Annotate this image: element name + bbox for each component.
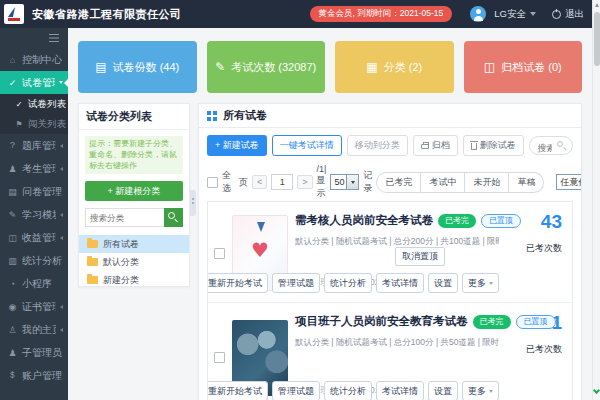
folder-icon — [87, 240, 98, 248]
hamburger-icon — [49, 34, 59, 36]
archive-icon: ◫ — [484, 60, 495, 74]
manage-questions-button[interactable]: 管理试题 — [272, 273, 320, 293]
select-all-checkbox[interactable] — [207, 177, 218, 188]
sidebar-item-control-center[interactable]: ⌂ 控制中心 — [0, 48, 68, 71]
exam-title[interactable]: 项目班子人员岗前安全教育考试卷 — [295, 314, 468, 329]
filter-draft[interactable]: 草稿 — [509, 172, 544, 193]
main-content: ▤ 试卷份数 (44) ✎ 考试次数 (32087) ▦ 分类 (2) ◫ 归档… — [68, 28, 592, 400]
sidebar-item-account-management[interactable]: ＄ 账户管理 — [0, 364, 68, 387]
chevron-collapsed-icon — [60, 305, 63, 309]
exam-filters-row: 全选 页 < > /1|显示 50 记录 已考完 考试中 未开始 草稿 — [199, 162, 581, 200]
scroll-down-hint-icon — [593, 387, 600, 394]
restart-exam-button[interactable]: 重新开始考试 — [207, 273, 268, 293]
question-icon: ？ — [7, 139, 18, 152]
stat-card-attempt-count[interactable]: ✎ 考试次数 (32087) — [207, 41, 326, 93]
delete-exam-button[interactable]: 删除试卷 — [463, 135, 524, 156]
exam-card: 项目班子人员岗前安全教育考试卷 已考完 已置顶 默认分类 | 随机试题考试 | … — [208, 303, 572, 400]
new-root-category-button[interactable]: + 新建根分类 — [85, 181, 183, 201]
tree-item-all-exams[interactable]: 所有试卷 — [79, 235, 189, 253]
exam-detail-button[interactable]: 考试详情 — [376, 381, 424, 400]
exam-panel: 所有试卷 + 新建试卷 一键考试详情 移动到分类 归档 删除试卷 — [198, 103, 582, 400]
dollar-icon: ＄ — [7, 369, 18, 382]
settings-button[interactable]: 设置 — [428, 273, 458, 293]
sidebar-item-mini-program[interactable]: ◔ 小程序 — [0, 272, 68, 295]
user-menu[interactable]: LG安全 — [494, 8, 536, 21]
grid-icon — [207, 111, 217, 121]
statistics-button[interactable]: 统计分析 — [324, 273, 372, 293]
pinned-badge: 已置顶 — [516, 315, 556, 329]
manage-questions-button[interactable]: 管理试题 — [272, 381, 320, 400]
statistics-button[interactable]: 统计分析 — [324, 381, 372, 400]
sidebar-item-sub-admin[interactable]: ♟ 子管理员 — [0, 341, 68, 364]
sidebar-subitem-challenge-list[interactable]: ⚑ 闯关列表 — [0, 114, 68, 134]
sidebar-subitem-exam-list[interactable]: ✓ 试卷列表 — [0, 94, 68, 114]
page-size-select[interactable]: 50 — [330, 174, 359, 190]
new-exam-button[interactable]: + 新建试卷 — [207, 135, 267, 156]
author-filter-select[interactable]: 任意作者 — [556, 174, 582, 190]
scroll-up-arrow-icon[interactable] — [595, 3, 599, 7]
sidebar-toggle[interactable] — [0, 28, 68, 48]
exam-title[interactable]: 需考核人员岗前安全考试卷 — [295, 213, 433, 228]
sidebar-item-examinee-management[interactable]: ♟ 考生管理 — [0, 157, 68, 180]
exam-card: 需考核人员岗前安全考试卷 已考完 已置顶 默认分类 | 随机试题考试 | 总分2… — [208, 202, 572, 303]
sidebar-item-survey-management[interactable]: ▤ 问卷管理 — [0, 180, 68, 203]
user-avatar[interactable] — [470, 6, 486, 22]
page-number-input[interactable] — [271, 174, 293, 190]
tree-item-new-category[interactable]: 新建分类 — [79, 271, 189, 289]
exam-detail-button[interactable]: 考试详情 — [376, 273, 424, 293]
printer-icon — [421, 144, 429, 149]
exam-checkbox[interactable] — [214, 248, 225, 259]
sidebar-item-revenue-management[interactable]: ◫ 收益管理 — [0, 226, 68, 249]
archive-button[interactable]: 归档 — [413, 135, 458, 156]
stat-card-exam-count[interactable]: ▤ 试卷份数 (44) — [78, 41, 197, 93]
prev-page-button[interactable]: < — [252, 175, 267, 189]
status-filter-group: 已考完 考试中 未开始 草稿 — [376, 172, 544, 193]
document-icon: ▤ — [95, 60, 106, 74]
chevron-collapsed-icon — [60, 144, 63, 148]
category-tree: 所有试卷 默认分类 新建分类 — [79, 235, 189, 289]
page-label: 页 — [239, 176, 248, 189]
exam-list: 需考核人员岗前安全考试卷 已考完 已置顶 默认分类 | 随机试题考试 | 总分2… — [207, 201, 573, 400]
sidebar-item-certificate-management[interactable]: ◉ 证书管理 — [0, 295, 68, 318]
sidebar-item-question-bank[interactable]: ？ 题库管理 — [0, 134, 68, 157]
scrollbar-thumb[interactable] — [594, 12, 600, 66]
category-search-button[interactable] — [164, 208, 183, 227]
more-button[interactable]: 更多 — [462, 381, 499, 400]
trash-icon — [471, 143, 477, 150]
settings-button[interactable]: 设置 — [428, 381, 458, 400]
filter-in-progress[interactable]: 考试中 — [421, 172, 465, 193]
batch-exam-detail-button[interactable]: 一键考试详情 — [272, 135, 342, 156]
folder-icon — [87, 276, 98, 284]
more-button[interactable]: 更多 — [462, 273, 499, 293]
filter-finished[interactable]: 已考完 — [376, 172, 421, 193]
sidebar-item-my-homepage[interactable]: ♙ 我的主页 — [0, 318, 68, 341]
page-scrollbar[interactable] — [592, 0, 600, 400]
unpin-button[interactable]: 取消置顶 — [395, 247, 445, 266]
status-badge-finished: 已考完 — [438, 214, 476, 228]
tree-item-default-category[interactable]: 默认分类 — [79, 253, 189, 271]
chevron-down-icon — [489, 390, 493, 393]
next-page-button[interactable]: > — [297, 175, 312, 189]
attempt-count-label: 已考次数 — [506, 242, 562, 255]
category-panel-title: 试卷分类列表 — [79, 104, 189, 130]
folder-icon — [87, 258, 98, 266]
exam-checkbox[interactable] — [214, 352, 225, 363]
exam-search-box — [529, 136, 573, 155]
move-to-category-button[interactable]: 移动到分类 — [347, 135, 408, 156]
category-search-input[interactable] — [85, 208, 164, 227]
select-all-label: 全选 — [222, 169, 231, 195]
restart-exam-button[interactable]: 重新开始考试 — [207, 381, 268, 400]
grid-icon: ▦ — [366, 60, 377, 74]
sidebar-item-exam-management[interactable]: ✓ 试卷管理 — [0, 71, 68, 94]
stat-card-archived-count[interactable]: ◫ 归档试卷 (0) — [464, 41, 583, 93]
sidebar-item-statistics[interactable]: ▥ 统计分析 — [0, 249, 68, 272]
sidebar-item-learning-module[interactable]: ✎ 学习模块 — [0, 203, 68, 226]
filter-not-started[interactable]: 未开始 — [465, 172, 509, 193]
medal-icon: ◉ — [7, 302, 18, 312]
logout-button[interactable]: 退出 — [552, 8, 584, 21]
stat-card-category-count[interactable]: ▦ 分类 (2) — [335, 41, 454, 93]
app-icon: ◔ — [7, 279, 18, 289]
panel-collapse-handle[interactable] — [190, 190, 196, 216]
exam-toolbar: + 新建试卷 一键考试详情 移动到分类 归档 删除试卷 — [199, 128, 581, 162]
chevron-collapsed-icon — [60, 236, 63, 240]
